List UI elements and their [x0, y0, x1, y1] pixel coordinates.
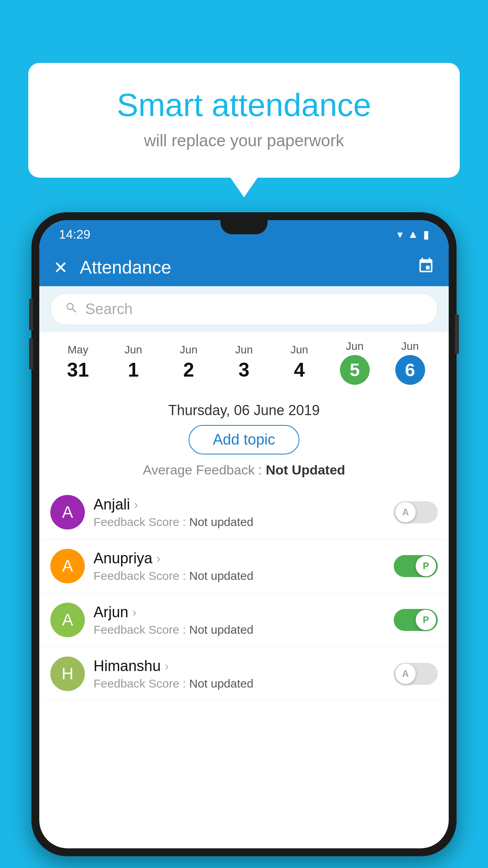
add-topic-button[interactable]: Add topic: [189, 425, 299, 454]
date-jun1[interactable]: Jun 1: [106, 344, 161, 381]
bubble-title: Smart attendance: [56, 86, 432, 123]
student-list: A Anjali › Feedback Score : Not updated …: [39, 485, 449, 701]
volume-up-button: [29, 299, 33, 330]
student-info[interactable]: Arjun › Feedback Score : Not updated: [94, 604, 385, 636]
speech-bubble: Smart attendance will replace your paper…: [28, 63, 460, 178]
avg-feedback-value: Not Updated: [266, 462, 345, 477]
student-info[interactable]: Anjali › Feedback Score : Not updated: [94, 496, 385, 529]
search-placeholder: Search: [85, 301, 132, 318]
toggle-knob: P: [416, 556, 436, 576]
date-may31[interactable]: May 31: [50, 344, 106, 381]
avg-feedback: Average Feedback : Not Updated: [50, 462, 438, 485]
search-icon: [65, 301, 78, 318]
bubble-subtitle: will replace your paperwork: [56, 131, 432, 150]
student-feedback: Feedback Score : Not updated: [94, 623, 385, 636]
toggle-knob: A: [395, 664, 416, 684]
status-icons: ▾ ▲ ▮: [397, 228, 429, 241]
student-feedback: Feedback Score : Not updated: [94, 515, 385, 529]
student-info[interactable]: Himanshu › Feedback Score : Not updated: [94, 658, 385, 690]
date-jun4[interactable]: Jun 4: [272, 344, 327, 381]
student-info[interactable]: Anupriya › Feedback Score : Not updated: [94, 550, 385, 583]
close-button[interactable]: ✕: [53, 257, 68, 278]
search-bar-container: Search: [39, 286, 449, 332]
volume-down-button: [29, 338, 33, 370]
calendar-icon[interactable]: [417, 257, 435, 278]
wifi-icon: ▾: [397, 228, 403, 241]
list-item: H Himanshu › Feedback Score : Not update…: [39, 647, 449, 701]
attendance-toggle[interactable]: P: [394, 609, 438, 631]
power-button: [455, 314, 459, 354]
attendance-toggle[interactable]: A: [394, 501, 438, 523]
toggle-knob: A: [395, 502, 416, 522]
chevron-right-icon: ›: [134, 497, 138, 512]
student-name: Anjali ›: [94, 496, 385, 513]
app-bar: ✕ Attendance: [39, 248, 449, 286]
signal-icon: ▲: [407, 228, 418, 241]
phone-notch: [220, 220, 268, 234]
list-item: A Anupriya › Feedback Score : Not update…: [39, 539, 449, 593]
date-jun5[interactable]: Jun 5: [327, 340, 382, 385]
content-area: Thursday, 06 June 2019 Add topic Average…: [39, 393, 449, 485]
date-jun6[interactable]: Jun 6: [382, 340, 438, 385]
date-strip: May 31 Jun 1 Jun 2 Jun 3 Jun 4 Jun 5: [39, 332, 449, 393]
student-name: Himanshu ›: [94, 658, 385, 675]
chevron-right-icon: ›: [132, 605, 137, 620]
attendance-toggle[interactable]: A: [394, 663, 438, 685]
avg-feedback-label: Average Feedback :: [143, 462, 266, 477]
date-jun2[interactable]: Jun 2: [161, 344, 216, 381]
student-feedback: Feedback Score : Not updated: [94, 677, 385, 690]
avatar: A: [50, 549, 85, 583]
toggle-knob: P: [416, 610, 436, 630]
avatar: A: [50, 603, 85, 637]
battery-icon: ▮: [423, 228, 429, 241]
student-name: Anupriya ›: [94, 550, 385, 567]
phone-frame: 14:29 ▾ ▲ ▮ ✕ Attendance: [31, 212, 457, 856]
list-item: A Arjun › Feedback Score : Not updated P: [39, 593, 449, 647]
chevron-right-icon: ›: [156, 551, 161, 566]
phone-screen: 14:29 ▾ ▲ ▮ ✕ Attendance: [39, 220, 449, 848]
app-title: Attendance: [80, 257, 405, 278]
chevron-right-icon: ›: [165, 659, 169, 673]
avatar: A: [50, 495, 85, 530]
date-jun3[interactable]: Jun 3: [216, 344, 272, 381]
attendance-toggle[interactable]: P: [394, 555, 438, 577]
search-bar[interactable]: Search: [50, 293, 438, 325]
student-feedback: Feedback Score : Not updated: [94, 569, 385, 583]
list-item: A Anjali › Feedback Score : Not updated …: [39, 485, 449, 539]
student-name: Arjun ›: [94, 604, 385, 621]
avatar: H: [50, 657, 85, 691]
status-time: 14:29: [59, 227, 90, 242]
selected-date-label: Thursday, 06 June 2019: [50, 393, 438, 425]
